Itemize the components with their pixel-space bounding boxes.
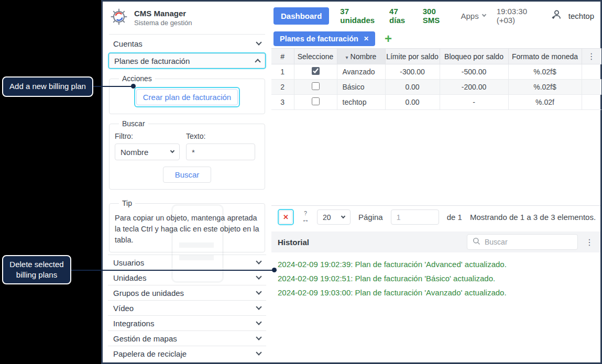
sidebar-item-cuentas[interactable]: Cuentas [108, 36, 266, 51]
table-row[interactable]: 1 Avanzado -300.00 -500.00 %.02f$ [271, 64, 601, 80]
units-counter[interactable]: 37 unidades [340, 7, 378, 25]
kebab-menu-icon: ⋮ [587, 52, 596, 61]
chevron-down-icon [256, 319, 261, 325]
col-header-label: Nombre [351, 52, 377, 61]
col-header-num[interactable]: # [271, 49, 294, 64]
cms-app-window: CMS Manager Sistema de gestión Cuentas P… [101, 0, 602, 364]
sidebar-item-planes-highlight: Planes de facturación [108, 52, 266, 69]
sidebar-item-gestion-de-mapas[interactable]: Gestión de mapas [108, 330, 266, 346]
col-header-formato[interactable]: Formato de moneda [508, 49, 582, 64]
tip-section: Tip Para copiar un objeto, mantenga apre… [109, 199, 265, 252]
chevron-down-icon [170, 149, 174, 153]
row-checkbox[interactable] [312, 97, 320, 105]
callout-text-line1: Delete selected [9, 260, 63, 269]
days-counter[interactable]: 47 días [389, 7, 412, 25]
texto-label: Texto: [186, 132, 255, 140]
page-size-value: 20 [323, 213, 331, 222]
tab-bar: Planes de facturación ✕ + [271, 30, 600, 48]
tab-planes-de-facturacion[interactable]: Planes de facturación ✕ [273, 31, 375, 46]
tab-label: Planes de facturación [280, 35, 358, 43]
historial-search[interactable] [467, 234, 578, 250]
acciones-legend: Acciones [119, 74, 155, 83]
historial-menu-icon[interactable]: ⋮ [585, 237, 594, 247]
sidebar-item-usuarios[interactable]: Usuarios [108, 255, 266, 270]
table-menu-icon[interactable]: ⋮ [582, 49, 601, 64]
row-bloqueo: -200.00 [440, 80, 508, 95]
row-num: 1 [271, 64, 294, 80]
buscar-legend: Buscar [119, 119, 148, 128]
sidebar-item-label: Cuentas [113, 39, 143, 48]
chevron-up-icon [255, 59, 260, 64]
add-tab-icon[interactable]: + [385, 32, 392, 45]
table-row[interactable]: 3 techtop 0.00 - %.02f [271, 95, 601, 110]
col-header-nombre[interactable]: ▾Nombre [337, 49, 385, 64]
create-plan-highlight: Crear plan de facturación [134, 87, 240, 107]
chevron-down-icon [481, 13, 486, 17]
user-menu[interactable]: techtop [551, 9, 594, 23]
table-row[interactable]: 2 Básico 0.00 -200.00 %.02f$ [271, 80, 601, 95]
clock: 19:03:30 (+03) [497, 7, 540, 25]
row-limite: 0.00 [385, 80, 440, 95]
filtro-label: Filtro: [115, 132, 180, 140]
delete-button-highlight: ✕ [278, 209, 294, 225]
callout-text: Delete selected billing plans [9, 259, 63, 281]
buscar-button[interactable]: Buscar [163, 167, 212, 183]
chevron-down-icon [256, 304, 261, 310]
row-num: 3 [271, 95, 294, 110]
historial-header: Historial ⋮ [271, 231, 600, 252]
main-area: Dashboard 37 unidades 47 días 300 SMS Ap… [271, 2, 600, 362]
historial-title: Historial [278, 238, 309, 247]
filter-select-value: Nombre [121, 148, 148, 157]
table-empty-area [271, 110, 600, 205]
table-header-row: # Seleccione ▾Nombre Límite por saldo Bl… [271, 49, 601, 64]
close-icon[interactable]: ✕ [364, 35, 369, 42]
chevron-down-icon [256, 258, 261, 264]
callout-text: Add a new billing plan [9, 81, 86, 92]
row-checkbox[interactable] [312, 82, 320, 90]
chevron-down-icon [256, 349, 261, 355]
row-checkbox[interactable] [312, 67, 320, 75]
callout-text-line2: billing plans [16, 270, 57, 279]
divider [109, 34, 265, 35]
user-icon [551, 9, 562, 23]
historial-search-input[interactable] [485, 238, 563, 246]
tip-text: Para copiar un objeto, mantenga apretada… [115, 211, 259, 246]
filter-select[interactable]: Nombre [115, 144, 180, 160]
row-nombre: Básico [337, 80, 385, 95]
sidebar-item-label: Integrations [113, 319, 154, 328]
sidebar-item-label: Vídeo [113, 304, 134, 313]
app-subtitle: Sistema de gestión [134, 19, 192, 27]
page-size-select[interactable]: 20 [317, 209, 351, 225]
row-num: 2 [271, 80, 294, 95]
sidebar-item-video[interactable]: Vídeo [108, 300, 266, 315]
row-limite: 0.00 [385, 95, 440, 110]
fit-columns-icon[interactable]: ? ↔ [302, 211, 309, 223]
log-entry: 2024-02-09 19:03:00: Plan de facturación… [278, 288, 594, 297]
tip-legend: Tip [119, 199, 135, 207]
page-of-label: de 1 [447, 213, 462, 222]
sms-counter[interactable]: 300 SMS [423, 7, 450, 25]
col-header-bloqueo[interactable]: Bloqueo por saldo [440, 49, 508, 64]
gear-logo-icon [109, 7, 129, 29]
sidebar-item-unidades[interactable]: Unidades [108, 270, 266, 285]
page-number-input[interactable] [391, 209, 439, 225]
log-entry: 2024-02-09 19:02:51: Plan de facturación… [278, 274, 594, 283]
apps-menu[interactable]: Apps [461, 12, 485, 20]
create-billing-plan-button[interactable]: Crear plan de facturación [136, 89, 238, 105]
sidebar-item-planes-de-facturacion[interactable]: Planes de facturación [109, 53, 265, 68]
col-header-limite[interactable]: Límite por saldo [385, 49, 440, 64]
col-header-select[interactable]: Seleccione [294, 49, 337, 64]
delete-selected-button[interactable]: ✕ [279, 211, 292, 224]
billing-plans-table: # Seleccione ▾Nombre Límite por saldo Bl… [271, 48, 601, 110]
sidebar-item-papelera-de-reciclaje[interactable]: Papelera de reciclaje [108, 346, 266, 361]
sidebar-item-label: Papelera de reciclaje [113, 349, 187, 358]
row-formato: %.02f [508, 95, 582, 110]
sidebar-item-label: Gestión de mapas [113, 334, 177, 343]
sidebar-item-grupos-de-unidades[interactable]: Grupos de unidades [108, 285, 266, 300]
dashboard-button[interactable]: Dashboard [273, 7, 329, 25]
sidebar-item-integrations[interactable]: Integrations [108, 315, 266, 330]
pagina-label: Página [358, 213, 383, 222]
search-text-input[interactable] [186, 144, 255, 160]
callout-add-billing-plan: Add a new billing plan [2, 76, 93, 97]
row-checkbox-cell [294, 80, 337, 95]
